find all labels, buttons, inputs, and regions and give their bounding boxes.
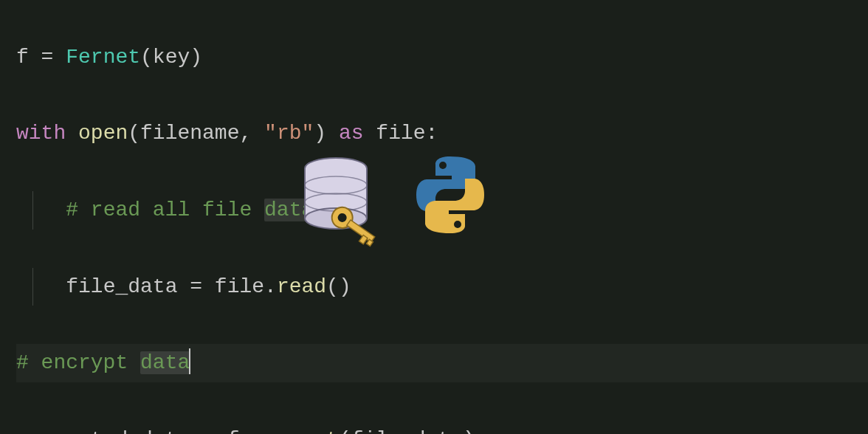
keyword: as bbox=[339, 122, 364, 145]
code-line: f = Fernet(key) bbox=[16, 38, 868, 77]
comment: # encrypt bbox=[16, 351, 140, 374]
identifier: encrypted_data = f. bbox=[16, 428, 252, 434]
code-line-current: # encrypt data bbox=[16, 344, 868, 382]
comment: # read all file bbox=[66, 199, 264, 221]
indent-guide bbox=[32, 268, 33, 306]
operator: = bbox=[29, 46, 66, 69]
code-editor[interactable]: f = Fernet(key) with open(filename, "rb"… bbox=[0, 0, 868, 434]
identifier: f bbox=[16, 46, 29, 69]
code-line: with open(filename, "rb") as file: bbox=[16, 114, 868, 153]
string: "rb" bbox=[264, 122, 314, 145]
call-args: (filename, bbox=[128, 122, 264, 145]
method-call: read bbox=[277, 275, 326, 298]
indent-guide bbox=[32, 191, 33, 230]
word-highlight: data bbox=[140, 351, 190, 374]
code-line: file_data = file.read() bbox=[16, 268, 868, 306]
identifier: file_data = file. bbox=[66, 275, 277, 298]
text-cursor bbox=[189, 348, 190, 374]
code-line: # read all file data bbox=[16, 191, 868, 230]
call-args: (key) bbox=[140, 46, 202, 69]
method-call: encrypt bbox=[252, 428, 339, 434]
class-name: Fernet bbox=[66, 46, 140, 69]
word-highlight: data bbox=[264, 199, 314, 221]
code-line: encrypted_data = f.encrypt(file_data) bbox=[16, 421, 868, 434]
builtin-func: open bbox=[78, 122, 128, 145]
keyword: with bbox=[16, 122, 66, 145]
call-args: (file_data) bbox=[339, 428, 475, 434]
identifier: file bbox=[376, 122, 425, 145]
